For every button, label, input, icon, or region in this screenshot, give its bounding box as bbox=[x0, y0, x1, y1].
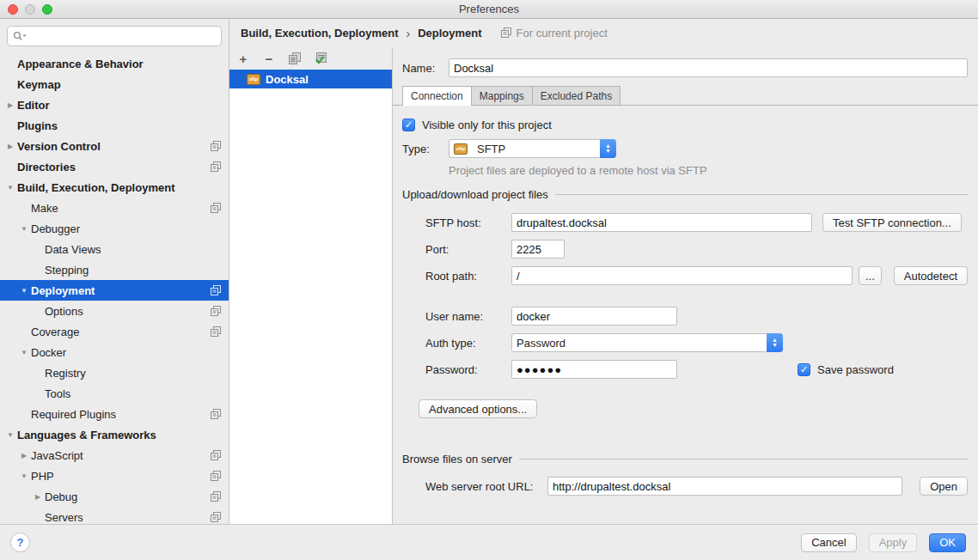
per-project-icon bbox=[211, 161, 222, 173]
sidebar-item-label: Servers bbox=[45, 511, 205, 524]
sidebar-item-debugger[interactable]: ▼Debugger bbox=[0, 218, 229, 239]
sidebar-item-label: Docker bbox=[31, 346, 222, 359]
save-password-checkbox[interactable]: ✓ bbox=[798, 363, 810, 376]
name-label: Name: bbox=[402, 62, 449, 75]
per-project-icon bbox=[211, 471, 222, 482]
sftp-icon: sftp bbox=[247, 74, 260, 85]
autodetect-button[interactable]: Autodetect bbox=[894, 266, 968, 285]
window-title: Preferences bbox=[459, 3, 519, 15]
ok-button[interactable]: OK bbox=[929, 533, 966, 552]
per-project-icon bbox=[211, 409, 222, 420]
per-project-icon bbox=[211, 306, 222, 317]
add-server-button[interactable]: + bbox=[236, 52, 250, 65]
password-input[interactable] bbox=[511, 360, 677, 379]
collapse-arrow-icon[interactable]: ▼ bbox=[17, 225, 31, 233]
sidebar-item-data-views[interactable]: Data Views bbox=[0, 239, 229, 259]
sidebar-item-servers[interactable]: Servers bbox=[0, 507, 229, 524]
sidebar-item-php[interactable]: ▼PHP bbox=[0, 466, 229, 486]
sidebar-item-registry[interactable]: Registry bbox=[0, 362, 229, 383]
sidebar-item-deployment[interactable]: ▼Deployment bbox=[0, 280, 229, 301]
expand-arrow-icon[interactable]: ▶ bbox=[3, 101, 17, 109]
sidebar-item-label: JavaScript bbox=[31, 449, 205, 462]
dialog-footer: ? Cancel Apply OK bbox=[0, 524, 978, 560]
per-project-icon bbox=[211, 326, 222, 338]
username-input[interactable] bbox=[511, 307, 677, 326]
scope-label: For current project bbox=[517, 27, 608, 40]
sidebar-item-keymap[interactable]: Keymap bbox=[0, 74, 229, 94]
sidebar-item-languages-frameworks[interactable]: ▼Languages & Frameworks bbox=[0, 424, 229, 445]
settings-search-box[interactable] bbox=[7, 26, 222, 46]
settings-sidebar: Appearance & BehaviorKeymap▶EditorPlugin… bbox=[0, 19, 229, 524]
sidebar-item-tools[interactable]: Tools bbox=[0, 383, 229, 404]
web-url-label: Web server root URL: bbox=[425, 480, 547, 493]
tab-excluded-paths[interactable]: Excluded Paths bbox=[532, 86, 620, 105]
sidebar-item-docker[interactable]: ▼Docker bbox=[0, 342, 229, 362]
copy-server-button[interactable] bbox=[288, 52, 302, 65]
password-label: Password: bbox=[425, 363, 511, 376]
sidebar-item-plugins[interactable]: Plugins bbox=[0, 115, 229, 136]
server-item-docksal[interactable]: sftpDocksal bbox=[229, 70, 392, 88]
collapse-arrow-icon[interactable]: ▼ bbox=[17, 472, 31, 480]
sidebar-item-options[interactable]: Options bbox=[0, 301, 229, 321]
collapse-arrow-icon[interactable]: ▼ bbox=[3, 431, 17, 439]
per-project-icon bbox=[211, 512, 222, 523]
sidebar-item-label: Data Views bbox=[45, 243, 222, 256]
remove-server-button[interactable]: − bbox=[262, 52, 276, 65]
cancel-button[interactable]: Cancel bbox=[801, 533, 856, 552]
visible-only-checkbox[interactable]: ✓ bbox=[402, 119, 415, 131]
breadcrumb-item-parent[interactable]: Build, Execution, Deployment bbox=[241, 27, 398, 40]
sidebar-item-label: Directories bbox=[17, 161, 205, 173]
copy-icon bbox=[289, 52, 301, 64]
advanced-options-button[interactable]: Advanced options... bbox=[419, 399, 537, 418]
sidebar-item-make[interactable]: Make bbox=[0, 198, 229, 218]
browse-root-path-button[interactable]: ... bbox=[859, 266, 882, 285]
minus-icon: − bbox=[266, 52, 273, 66]
per-project-icon bbox=[211, 203, 222, 214]
sftp-icon: sftp bbox=[454, 143, 468, 155]
search-input[interactable] bbox=[30, 30, 216, 43]
collapse-arrow-icon[interactable]: ▼ bbox=[17, 349, 31, 356]
per-project-icon bbox=[211, 491, 222, 502]
test-sftp-connection-button[interactable]: Test SFTP connection... bbox=[822, 213, 962, 232]
collapse-arrow-icon[interactable]: ▼ bbox=[3, 184, 17, 192]
sftp-host-input[interactable] bbox=[511, 213, 812, 232]
sidebar-item-build-execution-deployment[interactable]: ▼Build, Execution, Deployment bbox=[0, 177, 229, 198]
web-root-url-input[interactable] bbox=[547, 477, 902, 496]
apply-button[interactable]: Apply bbox=[869, 533, 918, 552]
expand-arrow-icon[interactable]: ▶ bbox=[31, 493, 45, 501]
sidebar-item-appearance-behavior[interactable]: Appearance & Behavior bbox=[0, 53, 229, 74]
sidebar-item-label: Stepping bbox=[45, 264, 222, 277]
sidebar-item-javascript[interactable]: ▶JavaScript bbox=[0, 445, 229, 466]
collapse-arrow-icon[interactable]: ▼ bbox=[17, 287, 31, 295]
sidebar-item-directories[interactable]: Directories bbox=[0, 156, 229, 177]
settings-tree: Appearance & BehaviorKeymap▶EditorPlugin… bbox=[0, 50, 229, 524]
name-input[interactable] bbox=[449, 58, 968, 77]
sidebar-item-debug[interactable]: ▶Debug bbox=[0, 486, 229, 507]
zoom-window-button[interactable] bbox=[42, 4, 52, 15]
type-select[interactable]: sftp SFTP ▲▼ bbox=[449, 139, 616, 158]
port-input[interactable] bbox=[511, 240, 565, 259]
root-path-input[interactable] bbox=[511, 266, 853, 285]
expand-arrow-icon[interactable]: ▶ bbox=[3, 143, 17, 150]
deployment-form: Name: ConnectionMappingsExcluded Paths ✓… bbox=[393, 47, 978, 524]
sidebar-item-label: Plugins bbox=[17, 119, 222, 132]
expand-arrow-icon[interactable]: ▶ bbox=[17, 452, 31, 460]
use-as-default-button[interactable] bbox=[314, 52, 327, 65]
breadcrumb-separator: › bbox=[406, 27, 410, 40]
sidebar-item-required-plugins[interactable]: Required Plugins bbox=[0, 404, 229, 424]
tab-connection[interactable]: Connection bbox=[402, 86, 472, 106]
minimize-window-button bbox=[25, 4, 35, 15]
auth-type-select[interactable]: Password ▲▼ bbox=[511, 333, 783, 352]
tab-mappings[interactable]: Mappings bbox=[471, 86, 533, 105]
per-project-icon bbox=[211, 141, 222, 152]
sidebar-item-editor[interactable]: ▶Editor bbox=[0, 94, 229, 115]
deployment-tabs: ConnectionMappingsExcluded Paths bbox=[393, 86, 978, 106]
help-button[interactable]: ? bbox=[10, 533, 30, 552]
open-url-button[interactable]: Open bbox=[920, 477, 968, 496]
sidebar-item-stepping[interactable]: Stepping bbox=[0, 259, 229, 280]
breadcrumb-item-current[interactable]: Deployment bbox=[418, 27, 481, 40]
sidebar-item-coverage[interactable]: Coverage bbox=[0, 321, 229, 342]
sidebar-item-version-control[interactable]: ▶Version Control bbox=[0, 136, 229, 156]
close-window-button[interactable] bbox=[8, 4, 18, 15]
sidebar-item-label: Build, Execution, Deployment bbox=[17, 181, 222, 194]
